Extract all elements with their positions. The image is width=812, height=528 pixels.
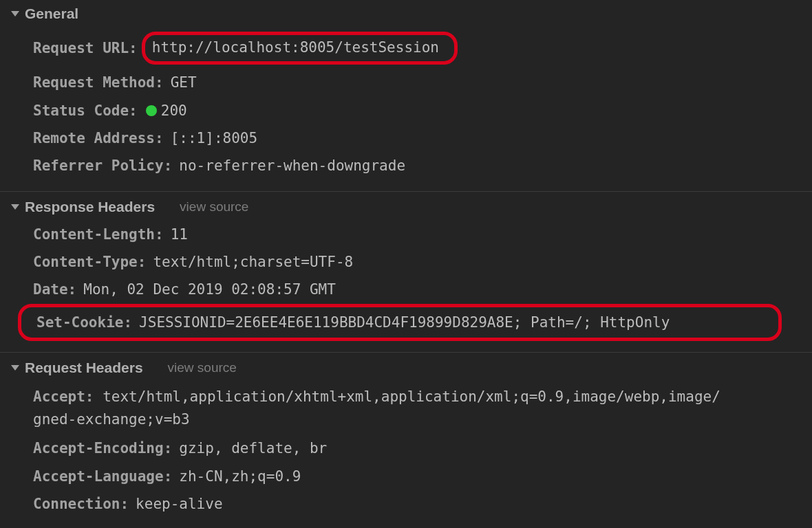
triangle-down-icon [11, 365, 19, 371]
request-headers-view-source[interactable]: view source [168, 360, 237, 375]
request-headers-body: Accept: text/html,application/xhtml+xml,… [0, 379, 812, 525]
set-cookie-row: Set-Cookie: JSESSIONID=2E6EE4E6E119BBD4C… [18, 304, 782, 341]
referrer-policy-row: Referrer Policy: no-referrer-when-downgr… [33, 152, 812, 179]
general-section-header[interactable]: General [0, 3, 812, 25]
content-length-label: Content-Length [33, 225, 155, 244]
request-method-value: GET [171, 73, 197, 92]
set-cookie-value: JSESSIONID=2E6EE4E6E119BBD4CD4F19899D829… [139, 313, 670, 332]
content-type-value: text/html;charset=UTF-8 [153, 252, 353, 272]
response-headers-section-header[interactable]: Response Headers view source [0, 196, 812, 218]
accept-value: text/html,application/xhtml+xml,applicat… [103, 388, 720, 405]
remote-address-row: Remote Address: [::1]:8005 [33, 124, 812, 152]
request-url-row: Request URL: http://localhost:8005/testS… [33, 28, 812, 69]
content-length-row: Content-Length: 11 [33, 221, 812, 248]
accept-label: Accept [33, 388, 85, 405]
set-cookie-label: Set-Cookie [36, 313, 123, 332]
status-dot-icon [146, 105, 157, 116]
date-value: Mon, 02 Dec 2019 02:08:57 GMT [83, 280, 336, 299]
date-row: Date: Mon, 02 Dec 2019 02:08:57 GMT [33, 276, 812, 303]
remote-address-label: Remote Address [33, 129, 155, 148]
status-code-row: Status Code: 200 [33, 97, 812, 124]
request-method-label: Request Method [33, 73, 155, 92]
referrer-policy-value: no-referrer-when-downgrade [179, 156, 405, 175]
divider [0, 352, 812, 353]
content-type-label: Content-Type [33, 252, 138, 272]
accept-language-row: Accept-Language: zh-CN,zh;q=0.9 [33, 463, 812, 490]
content-type-row: Content-Type: text/html;charset=UTF-8 [33, 248, 812, 276]
response-headers-body: Content-Length: 11 Content-Type: text/ht… [0, 218, 812, 348]
accept-encoding-row: Accept-Encoding: gzip, deflate, br [33, 434, 812, 462]
status-code-label: Status Code [33, 101, 129, 120]
accept-value-cont: gned-exchange;v=b3 [33, 411, 190, 428]
accept-language-value: zh-CN,zh;q=0.9 [179, 467, 301, 486]
request-method-row: Request Method: GET [33, 69, 812, 96]
referrer-policy-label: Referrer Policy [33, 156, 164, 175]
accept-encoding-label: Accept-Encoding [33, 439, 164, 458]
request-headers-title: Request Headers [25, 360, 143, 376]
request-url-label: Request URL [33, 38, 129, 58]
headers-panel: General Request URL: http://localhost:80… [0, 0, 812, 525]
request-url-value: http://localhost:8005/testSession [152, 39, 439, 56]
general-section-title: General [25, 6, 78, 22]
triangle-down-icon [11, 11, 19, 16]
request-headers-section-header[interactable]: Request Headers view source [0, 357, 812, 379]
accept-row: Accept: text/html,application/xhtml+xml,… [33, 382, 790, 434]
remote-address-value: [::1]:8005 [171, 129, 257, 148]
request-url-highlight: http://localhost:8005/testSession [142, 32, 458, 65]
general-section-body: Request URL: http://localhost:8005/testS… [0, 25, 812, 187]
response-headers-view-source[interactable]: view source [180, 199, 248, 214]
content-length-value: 11 [171, 225, 188, 244]
triangle-down-icon [11, 204, 19, 210]
connection-row: Connection: keep-alive [33, 490, 812, 518]
status-code-value: 200 [161, 101, 187, 120]
connection-value: keep-alive [136, 494, 222, 514]
date-label: Date [33, 280, 68, 299]
connection-label: Connection [33, 494, 120, 514]
response-headers-title: Response Headers [25, 199, 155, 215]
accept-language-label: Accept-Language [33, 467, 164, 486]
accept-encoding-value: gzip, deflate, br [179, 439, 327, 458]
divider [0, 191, 812, 192]
